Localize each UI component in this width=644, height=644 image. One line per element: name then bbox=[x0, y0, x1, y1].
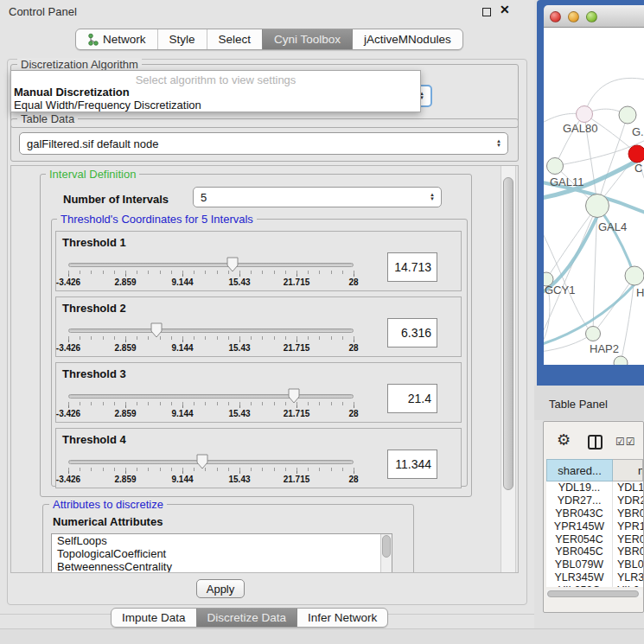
table-cell: YPR1 bbox=[613, 520, 643, 533]
slider-scale-labels: -3.4262.8599.14415.4321.71528 bbox=[68, 277, 354, 288]
tab-label: Cyni Toolbox bbox=[274, 29, 341, 49]
table-data-combobox[interactable]: galFiltered.sif default node ▲▼ bbox=[19, 132, 508, 155]
number-of-intervals-value: 5 bbox=[201, 191, 207, 204]
node-label: C bbox=[634, 162, 642, 175]
gear-icon[interactable]: ⚙ bbox=[557, 432, 571, 448]
tab-infer-network[interactable]: Infer Network bbox=[296, 609, 387, 627]
column-header-shared-name[interactable]: shared... bbox=[546, 459, 613, 481]
tab-network[interactable]: Network bbox=[76, 29, 157, 49]
tab-impute-data[interactable]: Impute Data bbox=[112, 609, 196, 627]
node-label: H bbox=[636, 286, 644, 299]
table-cell: YER054C bbox=[546, 533, 613, 546]
node-table: ⚙ ☑☑ shared... na YDL19...YDL1YDR27...YD… bbox=[543, 421, 644, 613]
slider-ticks bbox=[68, 336, 354, 340]
slider-ticks bbox=[68, 468, 354, 471]
numerical-attributes-label: Numerical Attributes bbox=[53, 515, 163, 528]
table-panel-bar: Table Panel bbox=[534, 386, 644, 420]
table-cell: YBR0 bbox=[613, 545, 643, 558]
list-item[interactable]: SelfLoops bbox=[52, 534, 392, 547]
table-row[interactable]: YLR345WYLR3 bbox=[546, 571, 643, 584]
tab-label: Impute Data bbox=[122, 609, 186, 627]
list-item[interactable]: TopologicalCoefficient bbox=[52, 547, 392, 560]
table-row[interactable]: YDR27...YDR2 bbox=[546, 494, 643, 507]
dropdown-option-manual-discretization[interactable]: Manual Discretization bbox=[14, 86, 130, 99]
list-scrollbar[interactable] bbox=[380, 534, 392, 573]
bottom-tab-bar: Impute Data Discretize Data Infer Networ… bbox=[111, 608, 388, 628]
table-row[interactable]: YBR045CYBR0 bbox=[546, 545, 643, 558]
scale-label: 28 bbox=[348, 409, 358, 418]
table-row[interactable]: YIL052CYIL0 bbox=[546, 584, 643, 587]
table-cell: YBR045C bbox=[546, 545, 613, 558]
tab-select[interactable]: Select bbox=[207, 29, 263, 49]
tab-discretize-data[interactable]: Discretize Data bbox=[196, 609, 297, 627]
table-cell: YIL052C bbox=[546, 584, 613, 587]
scale-label: 9.144 bbox=[171, 277, 193, 287]
dropdown-option-equal-width-frequency[interactable]: Equal Width/Frequency Discretization bbox=[14, 99, 201, 112]
tab-cyni-toolbox[interactable]: Cyni Toolbox bbox=[262, 29, 352, 49]
threshold-value-field[interactable]: 6.316 bbox=[387, 318, 437, 348]
table-row[interactable]: YBL079WYBL0 bbox=[546, 558, 643, 571]
network-node[interactable] bbox=[619, 106, 636, 124]
threshold-slider-track[interactable] bbox=[68, 394, 354, 399]
table-cell: YBR043C bbox=[546, 507, 613, 520]
split-columns-icon[interactable] bbox=[588, 435, 603, 450]
scrollbar-thumb[interactable] bbox=[547, 590, 639, 597]
table-cell: YDL1 bbox=[613, 481, 643, 494]
number-of-intervals-combobox[interactable]: 5 ▲▼ bbox=[193, 187, 442, 207]
numerical-attributes-list[interactable]: SelfLoops TopologicalCoefficient Between… bbox=[51, 533, 392, 573]
dropdown-prompt: Select algorithm to view settings bbox=[11, 73, 420, 86]
network-node-gal4[interactable] bbox=[586, 194, 609, 218]
table-row[interactable]: YPR145WYPR1 bbox=[546, 520, 643, 533]
network-node-selected-red[interactable] bbox=[628, 145, 644, 163]
table-cell: YER0 bbox=[613, 533, 643, 546]
threshold-slider-track[interactable] bbox=[68, 328, 354, 333]
threshold-slider-track[interactable] bbox=[68, 263, 354, 267]
close-icon[interactable]: ✕ bbox=[500, 3, 510, 16]
threshold-value-field[interactable]: 14.713 bbox=[387, 252, 437, 282]
tab-jactivemnodules[interactable]: jActiveMNodules bbox=[352, 29, 462, 49]
horizontal-scrollbar[interactable] bbox=[546, 590, 642, 597]
slider-scale-labels: -3.4262.8599.14415.4321.71528 bbox=[68, 409, 354, 419]
table-header-row: shared... na bbox=[546, 459, 643, 481]
tab-style[interactable]: Style bbox=[157, 29, 207, 49]
table-row[interactable]: YDL19...YDL1 bbox=[546, 481, 643, 494]
network-canvas[interactable]: GAL80 G. C GAL11 GAL4 GCY1 H HAP2 bbox=[544, 28, 644, 365]
zoom-traffic-light-icon[interactable] bbox=[586, 11, 597, 22]
scrollbar-thumb[interactable] bbox=[382, 535, 391, 558]
number-of-intervals-label: Number of Intervals bbox=[63, 193, 169, 206]
thresholds-group-title: Threshold's Coordinates for 5 Intervals bbox=[57, 213, 257, 226]
float-window-icon[interactable] bbox=[482, 8, 491, 16]
scale-label: 28 bbox=[348, 277, 358, 287]
select-columns-icons[interactable]: ☑☑ bbox=[615, 436, 636, 448]
threshold-value-field[interactable]: 21.4 bbox=[387, 384, 437, 413]
threshold-label: Threshold 4 bbox=[62, 433, 126, 446]
network-node-hap2[interactable] bbox=[586, 327, 601, 341]
table-cell: YDR2 bbox=[613, 494, 643, 507]
scale-label: -3.426 bbox=[56, 475, 80, 484]
table-cell: YBL079W bbox=[546, 558, 613, 571]
close-traffic-light-icon[interactable] bbox=[550, 11, 561, 22]
scale-label: -3.426 bbox=[56, 277, 80, 287]
network-node-h[interactable] bbox=[625, 266, 644, 285]
table-row[interactable]: YBR043CYBR0 bbox=[546, 507, 643, 520]
table-cell: YLR3 bbox=[613, 571, 643, 584]
list-item[interactable]: BetweennessCentrality bbox=[52, 560, 392, 573]
scale-label: 21.715 bbox=[284, 409, 310, 418]
network-node-gal80[interactable] bbox=[577, 106, 593, 123]
node-label: GAL11 bbox=[550, 175, 584, 188]
threshold-slider-track[interactable] bbox=[68, 460, 354, 464]
column-header-name[interactable]: na bbox=[613, 459, 643, 481]
node-label: G. bbox=[632, 125, 644, 138]
screen: Control Panel ✕ Network Style Select Cyn… bbox=[0, 0, 644, 644]
vertical-scrollbar[interactable] bbox=[501, 166, 516, 572]
scrollbar-thumb[interactable] bbox=[503, 177, 513, 490]
apply-button[interactable]: Apply bbox=[196, 579, 245, 598]
minimize-traffic-light-icon[interactable] bbox=[568, 11, 579, 22]
network-node-gal11[interactable] bbox=[547, 158, 564, 175]
threshold-value-field[interactable]: 11.344 bbox=[387, 450, 437, 479]
table-row[interactable]: YER054CYER0 bbox=[546, 533, 643, 546]
tab-label: Discretize Data bbox=[207, 609, 287, 627]
slider-scale-labels: -3.4262.8599.14415.4321.71528 bbox=[68, 343, 354, 354]
network-node[interactable] bbox=[614, 356, 628, 365]
threshold-label: Threshold 2 bbox=[62, 302, 126, 315]
